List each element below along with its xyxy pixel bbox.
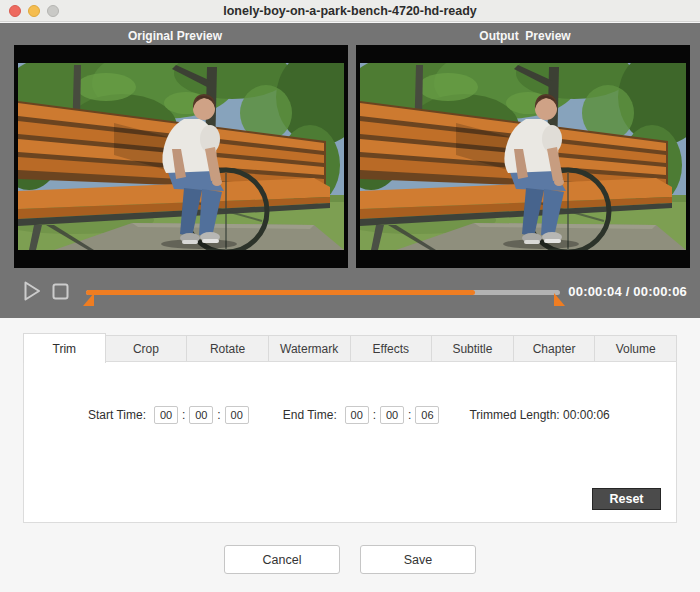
tab-watermark[interactable]: Watermark [268, 335, 351, 362]
play-button[interactable] [24, 281, 41, 304]
action-bar: Cancel Save [0, 545, 700, 574]
tab-chapter[interactable]: Chapter [513, 335, 596, 362]
start-time-label: Start Time: [88, 408, 146, 422]
tab-crop[interactable]: Crop [105, 335, 188, 362]
start-time-minutes-input[interactable] [189, 406, 213, 424]
video-frame [14, 45, 348, 268]
tab-effects[interactable]: Effects [350, 335, 433, 362]
tab-trim[interactable]: Trim [23, 333, 106, 363]
output-preview-video [356, 45, 690, 268]
trim-end-handle[interactable] [553, 293, 565, 306]
tab-subtitle[interactable]: Subtitle [431, 335, 514, 362]
colon-separator: : [217, 408, 220, 422]
seek-progress [86, 290, 475, 295]
start-time-seconds-input[interactable] [225, 406, 249, 424]
end-time-seconds-input[interactable] [415, 406, 439, 424]
trim-start-handle-icon [83, 293, 95, 306]
time-display: 00:00:04 / 00:00:06 [568, 284, 687, 299]
original-preview-label: Original Preview [0, 23, 350, 45]
window-title: lonely-boy-on-a-park-bench-4720-hd-ready [223, 4, 477, 18]
output-preview-label: Output Preview [350, 23, 700, 45]
save-button[interactable]: Save [360, 545, 476, 574]
stop-button[interactable] [52, 283, 69, 303]
end-time-minutes-input[interactable] [380, 406, 404, 424]
colon-separator: : [408, 408, 411, 422]
trim-panel: Start Time: : : End Time: : : Trimmed Le… [23, 361, 677, 523]
start-time-hours-input[interactable] [154, 406, 178, 424]
playback-controls: 00:00:04 / 00:00:06 [0, 268, 700, 318]
traffic-lights [9, 5, 59, 17]
end-time-label: End Time: [283, 408, 337, 422]
colon-separator: : [373, 408, 376, 422]
play-icon [24, 281, 41, 301]
player-section: Original Preview Output Preview [0, 23, 700, 318]
tab-rotate[interactable]: Rotate [186, 335, 269, 362]
stop-icon [52, 283, 69, 300]
title-bar: lonely-boy-on-a-park-bench-4720-hd-ready [0, 0, 700, 22]
tab-bar: Trim Crop Rotate Watermark Effects Subti… [0, 332, 700, 362]
trim-start-handle[interactable] [83, 293, 95, 306]
original-preview-video [14, 45, 348, 268]
trim-end-handle-icon [553, 293, 565, 306]
cancel-button[interactable]: Cancel [224, 545, 340, 574]
tab-volume[interactable]: Volume [594, 335, 677, 362]
zoom-button [47, 5, 59, 17]
video-frame [356, 45, 690, 268]
colon-separator: : [182, 408, 185, 422]
reset-button[interactable]: Reset [592, 488, 661, 510]
minimize-button[interactable] [28, 5, 40, 17]
close-button[interactable] [9, 5, 21, 17]
trimmed-length-value: 00:00:06 [563, 408, 610, 422]
end-time-hours-input[interactable] [345, 406, 369, 424]
seek-slider[interactable] [86, 290, 560, 295]
trimmed-length-label: Trimmed Length: [469, 408, 559, 422]
